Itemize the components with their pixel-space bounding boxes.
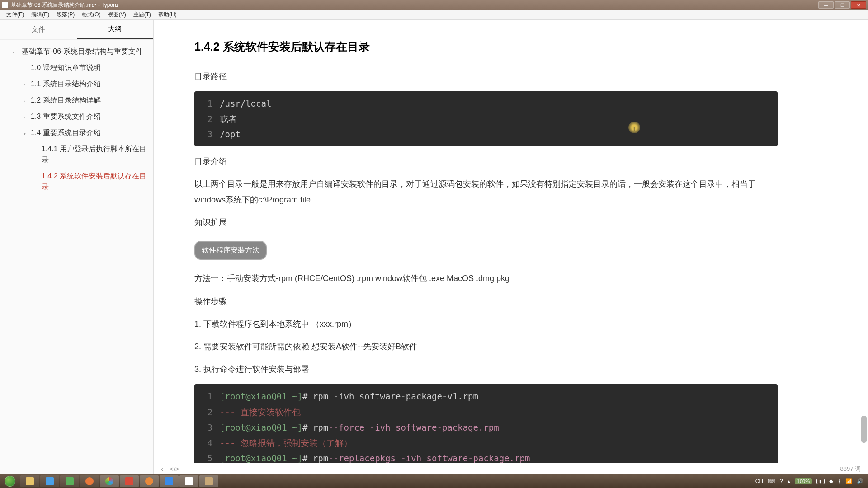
menu-view[interactable]: 视图(V) — [104, 11, 130, 19]
outline-tree: ▾基础章节-06-系统目录结构与重要文件1.0 课程知识章节说明›1.1 系统目… — [0, 40, 153, 474]
menu-paragraph[interactable]: 段落(P) — [53, 11, 78, 19]
outline-item[interactable]: ▾基础章节-06-系统目录结构与重要文件 — [0, 43, 153, 60]
code-block-paths: 1/usr/local2或者3/opt — [194, 91, 778, 147]
chevron-icon: › — [24, 98, 25, 104]
start-button[interactable] — [0, 474, 20, 488]
label-path: 目录路径： — [194, 69, 778, 84]
taskbar: CH ⌨ ? ▴ 100% ▮ ◆ ᚼ 📶 🔊 — [0, 474, 868, 488]
outline-item-label: 1.4.1 用户登录后执行脚本所在目录 — [42, 145, 146, 164]
menu-file[interactable]: 文件(F) — [3, 11, 28, 19]
sidebar-tabs: 文件 大纲 — [0, 20, 153, 40]
window-controls: — ☐ ✕ — [818, 1, 866, 9]
help-icon[interactable]: ? — [780, 478, 783, 484]
code-line: 4--- 忽略报错，强制安装（了解） — [194, 435, 778, 450]
system-tray: CH ⌨ ? ▴ 100% ▮ ◆ ᚼ 📶 🔊 — [751, 478, 868, 484]
task-app-red[interactable] — [120, 475, 139, 487]
label-intro: 目录介绍： — [194, 154, 778, 169]
editor-content[interactable]: 1.4.2 系统软件安装后默认存在目录 目录路径： 1/usr/local2或者… — [154, 20, 868, 474]
main-area: 文件 大纲 ▾基础章节-06-系统目录结构与重要文件1.0 课程知识章节说明›1… — [0, 20, 868, 474]
editor-statusbar: ‹ </> 8897 词 — [154, 463, 868, 474]
outline-item[interactable]: ▾1.4 重要系统目录介绍 — [0, 125, 153, 141]
app-icon — [2, 2, 8, 8]
task-explorer[interactable] — [20, 475, 39, 487]
task-firefox[interactable] — [80, 475, 99, 487]
code-line: 1/usr/local — [194, 96, 778, 111]
outline-item-label: 1.2 系统目录结构详解 — [31, 96, 101, 104]
outline-item[interactable]: ›1.1 系统目录结构介绍 — [0, 76, 153, 92]
outline-item[interactable]: ›1.3 重要系统文件介绍 — [0, 108, 153, 125]
outline-item-label: 1.4 重要系统目录介绍 — [31, 129, 101, 136]
outline-item-label: 基础章节-06-系统目录结构与重要文件 — [22, 47, 143, 55]
step-2: 2. 需要安装软件可能所需的依赖 想安装A软件--先安装好B软件 — [194, 339, 778, 354]
outline-item-label: 1.4.2 系统软件安装后默认存在目录 — [42, 172, 146, 191]
chevron-icon: › — [24, 114, 25, 121]
task-ie[interactable] — [40, 475, 59, 487]
window-titlebar: 基础章节-06-系统目录结构介绍.md• - Typora — ☐ ✕ — [0, 0, 868, 10]
outline-item[interactable]: 1.4.2 系统软件安装后默认存在目录 — [0, 168, 153, 195]
word-count[interactable]: 8897 词 — [840, 465, 861, 473]
outline-item[interactable]: 1.0 课程知识章节说明 — [0, 60, 153, 76]
shield-icon[interactable]: ◆ — [829, 478, 833, 484]
pill-install-methods: 软件程序安装方法 — [194, 241, 267, 260]
menu-edit[interactable]: 编辑(E) — [28, 11, 53, 19]
outline-item[interactable]: 1.4.1 用户登录后执行脚本所在目录 — [0, 141, 153, 168]
code-block-rpm: 1[root@xiaoQ01 ~]# rpm -ivh software-pac… — [194, 384, 778, 470]
network-icon[interactable]: 📶 — [845, 478, 852, 484]
outline-item-label: 1.0 课程知识章节说明 — [31, 64, 101, 71]
code-line: 3/opt — [194, 127, 778, 142]
outline-item-label: 1.1 系统目录结构介绍 — [31, 80, 101, 88]
chevron-icon: › — [24, 81, 25, 88]
step-3: 3. 执行命令进行软件安装与部署 — [194, 361, 778, 377]
tab-files[interactable]: 文件 — [0, 20, 77, 39]
ime-switch-icon[interactable]: ⌨ — [768, 478, 775, 484]
outline-item[interactable]: ›1.2 系统目录结构详解 — [0, 92, 153, 108]
tray-chevron-icon[interactable]: ▴ — [788, 478, 790, 484]
step-1: 1. 下载软件程序包到本地系统中 （xxx.rpm） — [194, 316, 778, 332]
close-button[interactable]: ✕ — [851, 1, 866, 9]
minimize-button[interactable]: — — [818, 1, 834, 9]
nav-back-icon[interactable]: ‹ — [161, 465, 163, 473]
label-steps: 操作步骤： — [194, 294, 778, 309]
chevron-icon: ▾ — [13, 49, 15, 56]
chevron-icon: ▾ — [24, 130, 26, 137]
outline-item-label: 1.3 重要系统文件介绍 — [31, 113, 101, 120]
paragraph-intro: 以上两个目录一般是用来存放用户自编译安装软件的目录，对于通过源码包安装的软件，如… — [194, 176, 778, 207]
zoom-indicator[interactable]: 100% — [795, 478, 812, 484]
menu-theme[interactable]: 主题(T) — [130, 11, 155, 19]
code-line: 1[root@xiaoQ01 ~]# rpm -ivh software-pac… — [194, 389, 778, 404]
windows-orb-icon — [5, 476, 15, 487]
task-chrome[interactable] — [100, 475, 119, 487]
code-line: 2或者 — [194, 111, 778, 127]
window-title: 基础章节-06-系统目录结构介绍.md• - Typora — [11, 1, 118, 9]
tab-outline[interactable]: 大纲 — [77, 20, 154, 39]
text-cursor-highlight — [628, 122, 640, 133]
battery-icon[interactable]: ▮ — [816, 479, 825, 484]
ime-indicator[interactable]: CH — [755, 478, 763, 484]
heading-1-4-2: 1.4.2 系统软件安装后默认存在目录 — [194, 36, 778, 58]
scrollbar-thumb[interactable] — [861, 416, 867, 443]
paragraph-method1: 方法一：手动安装方式-rpm (RHCE/CentOS) .rpm window… — [194, 271, 778, 286]
task-vscode[interactable] — [160, 475, 179, 487]
menubar: 文件(F) 编辑(E) 段落(P) 格式(O) 视图(V) 主题(T) 帮助(H… — [0, 10, 868, 20]
task-typora[interactable] — [179, 475, 198, 487]
menu-help[interactable]: 帮助(H) — [155, 11, 180, 19]
volume-icon[interactable]: 🔊 — [857, 478, 863, 484]
code-line: 2--- 直接安装软件包 — [194, 404, 778, 420]
menu-format[interactable]: 格式(O) — [78, 11, 104, 19]
task-everything[interactable] — [140, 475, 159, 487]
task-edge[interactable] — [60, 475, 79, 487]
label-extension: 知识扩展： — [194, 215, 778, 230]
sidebar: 文件 大纲 ▾基础章节-06-系统目录结构与重要文件1.0 课程知识章节说明›1… — [0, 20, 154, 474]
code-line: 3[root@xiaoQ01 ~]# rpm --force -ivh soft… — [194, 420, 778, 435]
source-mode-icon[interactable]: </> — [170, 465, 179, 473]
task-app-tan[interactable] — [199, 475, 218, 487]
bluetooth-icon[interactable]: ᚼ — [838, 478, 841, 484]
maximize-button[interactable]: ☐ — [835, 1, 850, 9]
